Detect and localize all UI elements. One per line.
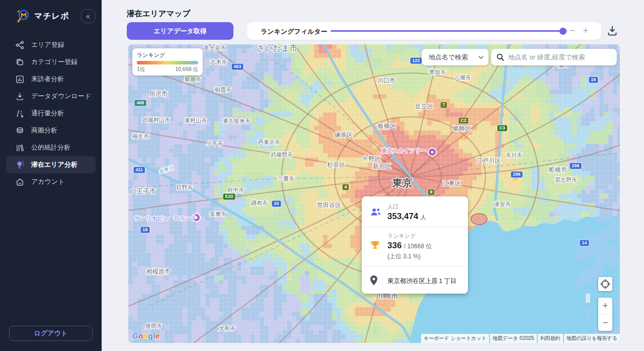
sidebar-item-label: 潜在エリア分析 [31, 160, 77, 169]
sidebar-nav: エリア登録 カテゴリー登録 来訪者分析 データダウンロード [0, 36, 102, 190]
area-address: 東京都渋谷区上原１丁目 [387, 271, 457, 288]
population-label: 人口 [387, 203, 426, 210]
keyboard-shortcuts-link[interactable]: キーボード ショートカット [421, 334, 489, 343]
ranking-label: ランキング [387, 232, 432, 240]
map-attribution: キーボード ショートカット 地図データ ©2025 利用規約 地図の誤りを報告す… [420, 334, 620, 343]
sidebar-item-label: 来訪者分析 [31, 75, 64, 84]
terms-link[interactable]: 利用規約 [538, 334, 563, 343]
population-value: 353,474 [387, 212, 418, 221]
google-logo[interactable]: Google [132, 331, 160, 340]
sidebar-item-label: カテゴリー登録 [31, 57, 77, 66]
sidebar-collapse-button[interactable]: « [81, 9, 95, 23]
area-info-card: 人口 353,474 人 ランキング 336 [362, 196, 468, 294]
sidebar-item-label: 商圏分析 [31, 126, 57, 135]
map-panel: ランキング 1位 10,668 位 地点名で検索 [128, 44, 620, 343]
map-search-bar [491, 49, 617, 65]
ranking-slider-track[interactable] [331, 30, 568, 32]
app-logo-text: マチレポ [34, 11, 69, 22]
route-icon [15, 109, 25, 118]
stack-icon [15, 126, 25, 135]
ranking-row: ランキング 336 / 10668 位 (上位 3.1 %) [362, 232, 468, 261]
filter-increase-button[interactable]: + [579, 24, 592, 37]
ranking-value: 336 [387, 241, 401, 250]
sidebar-item-trade-area-analysis[interactable]: 商圏分析 [0, 122, 102, 139]
lightbulb-icon [15, 160, 25, 170]
logout-button[interactable]: ログアウト [9, 326, 93, 341]
legend-gradient-bar [137, 61, 198, 64]
sidebar-item-data-download[interactable]: データダウンロード [0, 88, 102, 105]
map-zoom-control: + − [598, 298, 612, 331]
zoom-out-button[interactable]: − [598, 315, 612, 331]
ranking-total: / 10668 位 [404, 243, 432, 250]
ranking-filter-card: ランキングフィルター − + [247, 22, 601, 40]
app-window: マチレポ « エリア登録 カテゴリー登録 来訪者分析 [0, 0, 644, 351]
filter-decrease-button[interactable]: − [566, 24, 579, 37]
sidebar-item-category-register[interactable]: カテゴリー登録 [0, 53, 102, 71]
people-icon [370, 207, 381, 217]
download-icon [15, 92, 25, 101]
sidebar-item-account[interactable]: アカウント [0, 173, 102, 190]
get-area-data-button[interactable]: エリアデータ取得 [127, 22, 233, 40]
map-data-label[interactable]: 地図データ ©2025 [490, 334, 537, 343]
ranking-percentile: (上位 3.1 %) [387, 252, 432, 261]
legend-min: 1位 [137, 66, 145, 73]
folder-copy-icon [15, 57, 25, 67]
page-title: 潜在エリアマップ [127, 9, 190, 19]
sidebar-item-latent-area-analysis[interactable]: 潜在エリア分析 [6, 156, 96, 173]
search-type-dropdown[interactable]: 地点名で検索 [422, 49, 489, 65]
address-row: 東京都渋谷区上原１丁目 [362, 271, 468, 288]
target-icon [600, 278, 611, 290]
divider [362, 266, 468, 266]
bar-chart-icon [15, 75, 25, 84]
map-download-button[interactable] [605, 24, 619, 38]
sidebar-item-label: 通行量分析 [31, 109, 64, 118]
sidebar: マチレポ « エリア登録 カテゴリー登録 来訪者分析 [0, 0, 102, 351]
legend-title: ランキング [137, 51, 198, 59]
sidebar-item-label: 公的統計分析 [31, 143, 70, 152]
ranking-filter-label: ランキングフィルター [261, 27, 328, 36]
sidebar-item-label: データダウンロード [31, 92, 91, 101]
ranking-slider-fill [331, 30, 563, 32]
zoom-in-button[interactable]: + [598, 298, 612, 314]
home-icon [15, 177, 25, 187]
divider [362, 227, 468, 227]
ranking-legend: ランキング 1位 10,668 位 [132, 48, 203, 76]
population-unit: 人 [421, 214, 426, 220]
sidebar-item-public-statistics[interactable]: 公的統計分析 [0, 139, 102, 156]
download-tray-icon [606, 25, 618, 37]
search-icon [496, 53, 505, 61]
population-row: 人口 353,474 人 [362, 203, 468, 222]
sidebar-item-label: アカウント [31, 177, 65, 186]
sidebar-item-visitor-analysis[interactable]: 来訪者分析 [0, 71, 102, 88]
locate-button[interactable] [598, 277, 612, 291]
report-error-link[interactable]: 地図の誤りを報告する [564, 334, 620, 343]
search-type-value: 地点名で検索 [429, 53, 478, 62]
ranking-slider-thumb[interactable] [559, 28, 567, 35]
sidebar-item-area-register[interactable]: エリア登録 [0, 36, 102, 53]
app-logo-icon [15, 8, 31, 24]
trophy-icon [370, 240, 380, 250]
sidebar-item-traffic-analysis[interactable]: 通行量分析 [0, 105, 102, 122]
map-search-input[interactable] [508, 53, 613, 61]
map-canvas[interactable] [128, 44, 620, 343]
location-pin-icon [370, 275, 378, 286]
logo-row: マチレポ « [0, 7, 102, 28]
share-nodes-icon [15, 40, 25, 50]
legend-max: 10,668 位 [175, 66, 198, 73]
library-icon [15, 143, 25, 153]
sidebar-item-label: エリア登録 [31, 40, 64, 49]
chevron-down-icon [478, 56, 484, 59]
